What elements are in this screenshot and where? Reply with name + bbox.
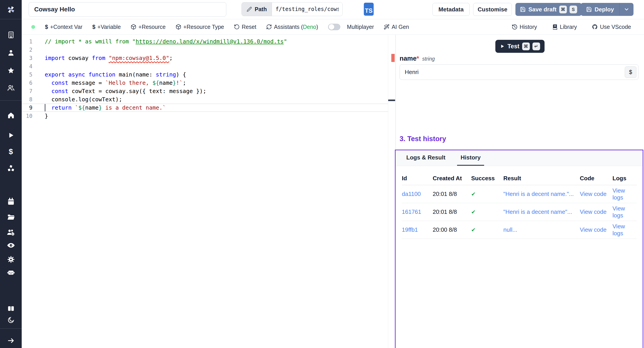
- deploy-button[interactable]: Deploy: [581, 3, 620, 16]
- line-content: export async function main(name: string)…: [45, 71, 186, 78]
- code-line[interactable]: 1// import * as wmill from "https://deno…: [22, 37, 388, 46]
- tab-logs-result[interactable]: Logs & Result: [403, 150, 449, 166]
- pencil-icon: [247, 6, 252, 12]
- view-code-link[interactable]: View code: [580, 208, 607, 215]
- sidebar-divider-top: [0, 100, 22, 101]
- view-logs-link[interactable]: View logs: [612, 205, 625, 219]
- sidebar-item-schedules[interactable]: [0, 197, 22, 206]
- sidebar-item-settings[interactable]: [0, 255, 22, 264]
- error-marker: [391, 54, 395, 62]
- sidebar-expand-button[interactable]: [0, 336, 22, 345]
- code-line[interactable]: 7 const cowText = cowsay.say({ text: mes…: [22, 87, 388, 95]
- field-type: string: [422, 56, 435, 62]
- add-resource-button[interactable]: +Resource: [130, 24, 166, 30]
- test-button[interactable]: Test ⌘ ↵: [495, 40, 544, 53]
- star-icon: [7, 67, 15, 74]
- sidebar-item-runs[interactable]: [0, 131, 22, 140]
- sidebar-item-user[interactable]: [0, 48, 22, 57]
- run-id-link[interactable]: 161761: [402, 208, 421, 215]
- save-draft-button[interactable]: Save draft ⌘ S: [516, 3, 582, 16]
- run-id-link[interactable]: da1100: [402, 190, 421, 197]
- result-link[interactable]: null...: [503, 226, 517, 233]
- book-open-icon: [7, 304, 15, 313]
- sidebar-item-home[interactable]: [0, 111, 22, 120]
- sidebar-item-dark-mode[interactable]: [0, 316, 22, 324]
- library-button[interactable]: Library: [552, 24, 577, 30]
- reset-button[interactable]: Reset: [234, 24, 256, 30]
- required-asterisk: *: [416, 55, 419, 62]
- overview-ruler[interactable]: [388, 35, 395, 348]
- code-line[interactable]: 8 console.log(cowText);: [22, 95, 388, 104]
- line-number: 2: [22, 47, 32, 53]
- view-code-link[interactable]: View code: [580, 226, 607, 233]
- sidebar-item-variables[interactable]: $: [0, 147, 22, 156]
- result-link[interactable]: "Henri is a decent name."...: [503, 190, 574, 197]
- code-line[interactable]: 2: [22, 46, 388, 54]
- typescript-badge: TS: [364, 3, 374, 16]
- multiplayer-toggle[interactable]: [328, 24, 340, 30]
- history-tabs: Logs & Result History: [396, 150, 643, 166]
- package-icon: [130, 24, 136, 30]
- add-context-var-button[interactable]: $ +Context Var: [45, 24, 82, 30]
- run-id-link[interactable]: 19ffb1: [402, 226, 418, 233]
- sidebar-item-workspace[interactable]: [0, 30, 22, 39]
- assistants-lang: Deno: [303, 24, 316, 30]
- assistants-button[interactable]: Assistants (Deno): [266, 24, 318, 30]
- code-line[interactable]: 4: [22, 62, 388, 70]
- created-at-cell: 20:01 8/8: [433, 208, 471, 216]
- sidebar-item-ai[interactable]: [0, 268, 22, 277]
- windmill-logo[interactable]: [0, 0, 22, 19]
- sidebar-item-audit-logs[interactable]: [0, 241, 22, 250]
- path-button[interactable]: Path: [242, 2, 272, 16]
- view-logs-link[interactable]: View logs: [612, 223, 625, 236]
- sidebar-item-folders[interactable]: [0, 213, 22, 222]
- col-header-id: Id: [402, 175, 433, 182]
- metadata-button[interactable]: Metadata: [432, 3, 470, 16]
- add-variable-button[interactable]: $ +Variable: [92, 24, 121, 30]
- sidebar-item-docs[interactable]: [0, 304, 22, 313]
- line-content: }: [45, 113, 48, 119]
- code-editor[interactable]: 1// import * as wmill from "https://deno…: [22, 35, 395, 348]
- view-code-link[interactable]: View code: [580, 190, 607, 197]
- path-label: Path: [255, 6, 267, 12]
- tab-history[interactable]: History: [457, 150, 484, 166]
- insert-variable-button[interactable]: $: [625, 66, 636, 78]
- live-status-dot: [31, 25, 35, 29]
- sidebar-item-groups[interactable]: [0, 84, 22, 92]
- deploy-dropdown-button[interactable]: [620, 3, 634, 16]
- customise-button[interactable]: Customise: [473, 3, 512, 16]
- code-line[interactable]: 10}: [22, 112, 388, 120]
- line-number: 1: [22, 38, 32, 45]
- toggle-knob: [329, 24, 334, 30]
- code-line[interactable]: 6 const message = `Hello there, ${name}!…: [22, 79, 388, 87]
- history-button[interactable]: History: [512, 24, 537, 30]
- history-label: History: [520, 24, 537, 30]
- deploy-label: Deploy: [594, 6, 614, 13]
- editor-toolbar: $ +Context Var $ +Variable +Resource +Re…: [22, 19, 644, 35]
- code-line[interactable]: 5export async function main(name: string…: [22, 70, 388, 79]
- line-number: 6: [22, 80, 32, 86]
- sidebar-item-workers[interactable]: [0, 228, 22, 237]
- code-lines: 1// import * as wmill from "https://deno…: [22, 37, 388, 120]
- result-link[interactable]: "Henri is a decent name"...: [503, 208, 572, 215]
- history-table-header: Id Created At Success Result Code Logs: [402, 172, 637, 185]
- play-icon: [500, 44, 505, 49]
- rotate-ccw-icon: [234, 24, 240, 30]
- ai-gen-label: AI Gen: [392, 24, 409, 30]
- view-logs-link[interactable]: View logs: [612, 187, 625, 201]
- sidebar-item-resources[interactable]: [0, 164, 22, 173]
- sidebar-item-favorites[interactable]: [0, 66, 22, 75]
- code-line[interactable]: 3import cowsay from "npm:cowsay@1.5.0";: [22, 54, 388, 62]
- cmd-key-badge: ⌘: [522, 42, 530, 50]
- code-line[interactable]: 9 return `${name} is a decent name.`: [22, 104, 388, 112]
- library-label: Library: [560, 24, 577, 30]
- cmd-key-badge: ⌘: [559, 6, 567, 13]
- use-vscode-button[interactable]: Use VScode: [592, 24, 631, 30]
- add-resource-type-button[interactable]: +Resource Type: [176, 24, 224, 30]
- script-title-input[interactable]: [28, 2, 226, 16]
- path-input[interactable]: [272, 2, 342, 16]
- multiplayer-label: Multiplayer: [347, 24, 374, 30]
- name-field-input[interactable]: [400, 64, 638, 80]
- ai-gen-button[interactable]: AI Gen: [384, 24, 409, 30]
- table-row: 19ffb1 20:00 8/8 ✔ null... View code Vie…: [402, 221, 637, 239]
